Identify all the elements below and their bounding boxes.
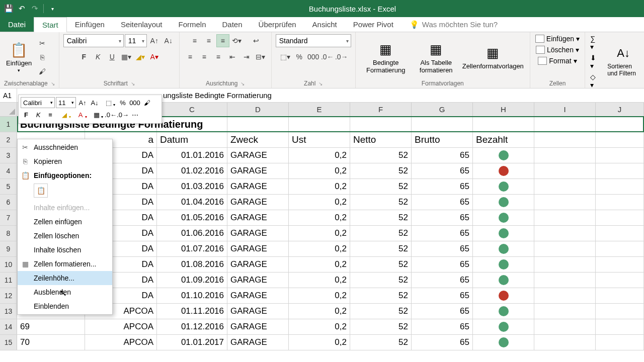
mini-borders-button[interactable]: ▦: [89, 109, 104, 120]
cell[interactable]: Ust: [289, 132, 350, 147]
cell[interactable]: 65: [412, 163, 473, 178]
cell[interactable]: 01.01.2016: [157, 148, 227, 163]
tab-powerpivot[interactable]: Power Pivot: [345, 17, 401, 32]
cm-copy[interactable]: ⎘Kopieren: [18, 154, 112, 168]
tab-data[interactable]: Daten: [214, 17, 251, 32]
cell[interactable]: [412, 117, 473, 132]
increase-font-icon[interactable]: A↑: [148, 34, 161, 47]
cell[interactable]: [596, 117, 644, 132]
mini-italic-button[interactable]: K: [33, 109, 44, 120]
cell[interactable]: [534, 163, 596, 178]
cell[interactable]: [473, 335, 534, 350]
mini-font-select[interactable]: Calibri: [21, 97, 55, 108]
cell[interactable]: 0,2: [289, 304, 350, 319]
cell[interactable]: 52: [350, 163, 412, 178]
delete-cells-button[interactable]: Löschen ▾: [535, 45, 580, 54]
cell[interactable]: 01.03.2016: [157, 179, 227, 194]
cell[interactable]: GARAGE: [227, 319, 289, 334]
mini-increase-decimal-button[interactable]: .0←: [105, 109, 116, 120]
qat-customize-icon[interactable]: ▾: [48, 4, 57, 13]
borders-button[interactable]: ▦▾: [120, 50, 133, 63]
number-launcher-icon[interactable]: ↘: [318, 81, 323, 86]
cell[interactable]: [157, 117, 227, 132]
row-header[interactable]: 7: [0, 210, 17, 225]
cell[interactable]: [473, 273, 534, 288]
font-size-select[interactable]: 11: [125, 34, 147, 47]
decrease-decimal-button[interactable]: .0→: [335, 50, 348, 63]
cell[interactable]: [534, 117, 596, 132]
cell[interactable]: 65: [412, 210, 473, 225]
cell[interactable]: [534, 195, 596, 210]
cell[interactable]: [289, 117, 350, 132]
cell[interactable]: 70: [17, 335, 85, 350]
cell[interactable]: [534, 210, 596, 225]
cm-paste-button[interactable]: 📋: [34, 184, 48, 198]
row-header[interactable]: 8: [0, 226, 17, 241]
cell[interactable]: 65: [412, 288, 473, 303]
autosum-button[interactable]: ∑ ▾: [589, 34, 597, 51]
mini-bold-button[interactable]: F: [21, 109, 32, 120]
cell[interactable]: [534, 304, 596, 319]
cell[interactable]: [473, 304, 534, 319]
row-header[interactable]: 9: [0, 241, 17, 256]
cell[interactable]: 01.07.2016: [157, 241, 227, 256]
cell[interactable]: [596, 226, 644, 241]
cell[interactable]: 0,2: [289, 273, 350, 288]
font-color-button[interactable]: A▾: [148, 50, 161, 63]
cell[interactable]: [596, 179, 644, 194]
cell[interactable]: 65: [412, 304, 473, 319]
cell[interactable]: [473, 257, 534, 272]
tab-start[interactable]: Start: [34, 17, 67, 32]
cell[interactable]: 0,2: [289, 257, 350, 272]
cell[interactable]: [596, 148, 644, 163]
mini-accounting-button[interactable]: ⬚: [101, 97, 116, 108]
format-as-table-button[interactable]: ▦ Als Tabelle formatieren: [414, 39, 458, 75]
cm-paste-special[interactable]: Inhalte einfügen...: [18, 201, 112, 215]
cell[interactable]: [534, 335, 596, 350]
cell[interactable]: [534, 132, 596, 147]
format-cells-button[interactable]: Format ▾: [537, 56, 578, 65]
cell[interactable]: [596, 132, 644, 147]
fill-button[interactable]: ⬇ ▾: [589, 53, 597, 70]
cell[interactable]: 0,2: [289, 179, 350, 194]
cell[interactable]: [473, 117, 534, 132]
cell[interactable]: GARAGE: [227, 210, 289, 225]
cell[interactable]: [473, 226, 534, 241]
row-header[interactable]: 10: [0, 257, 17, 272]
cell[interactable]: [534, 226, 596, 241]
cell[interactable]: [596, 273, 644, 288]
cell[interactable]: 65: [412, 319, 473, 334]
cell[interactable]: 01.10.2016: [157, 288, 227, 303]
insert-cells-button[interactable]: Einfügen ▾: [534, 34, 581, 43]
cell[interactable]: Zweck: [227, 132, 289, 147]
cell[interactable]: GARAGE: [227, 257, 289, 272]
fill-color-button[interactable]: ◢▾: [134, 50, 147, 63]
cell[interactable]: Datum: [157, 132, 227, 147]
save-icon[interactable]: 💾: [4, 4, 13, 13]
cell[interactable]: 0,2: [289, 148, 350, 163]
cell[interactable]: 0,2: [289, 319, 350, 334]
mini-align-button[interactable]: ≡: [45, 109, 56, 120]
row-header[interactable]: 1: [0, 117, 17, 132]
italic-button[interactable]: K: [92, 50, 105, 63]
cell[interactable]: 01.08.2016: [157, 257, 227, 272]
row-header[interactable]: 15: [0, 335, 17, 350]
cell[interactable]: [596, 257, 644, 272]
col-header-d[interactable]: D: [227, 103, 289, 116]
cell[interactable]: 0,2: [289, 226, 350, 241]
cell[interactable]: GARAGE: [227, 335, 289, 350]
decrease-font-icon[interactable]: A↓: [162, 34, 175, 47]
cell[interactable]: APCOA: [85, 335, 157, 350]
row-header[interactable]: 2: [0, 132, 17, 147]
col-header-e[interactable]: E: [289, 103, 350, 116]
clear-button[interactable]: ◇ ▾: [589, 72, 597, 89]
wrap-text-button[interactable]: ↩: [250, 34, 263, 47]
col-header-h[interactable]: H: [473, 103, 534, 116]
mini-decrease-decimal-button[interactable]: .0→: [117, 109, 128, 120]
row-header[interactable]: 11: [0, 273, 17, 288]
mini-fill-color-button[interactable]: ◢: [57, 109, 72, 120]
cell[interactable]: [596, 304, 644, 319]
tab-view[interactable]: Ansicht: [304, 17, 345, 32]
cell[interactable]: GARAGE: [227, 241, 289, 256]
cell[interactable]: GARAGE: [227, 226, 289, 241]
